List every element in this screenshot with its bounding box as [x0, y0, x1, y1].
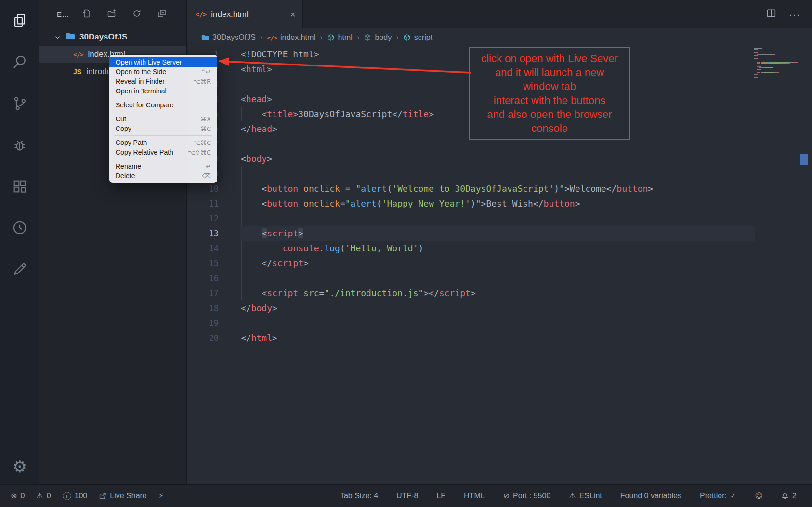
menu-item-reveal-in-finder[interactable]: Reveal in Finder⌥⌘R	[109, 77, 217, 86]
annotation-line: click on open with Live Sever	[471, 52, 628, 65]
status-tab-size-4[interactable]: Tab Size: 4	[340, 492, 378, 500]
settings-gear-icon[interactable]: ⚙	[0, 452, 39, 481]
code-line-8[interactable]: 8<body>	[187, 151, 812, 166]
folder-item-30daysofjs[interactable]: 30DaysOfJS	[39, 28, 186, 46]
code-line-11[interactable]: 11 <button onclick="alert('Happy New Yea…	[187, 196, 812, 211]
collapse-all-icon[interactable]	[157, 9, 167, 20]
code-line-18[interactable]: 18</body>	[187, 300, 812, 315]
line-content: <head>	[241, 94, 272, 104]
split-editor-icon[interactable]	[766, 8, 776, 20]
code-line-10[interactable]: 10 <button onclick = "alert('Welcome to …	[187, 181, 812, 196]
menu-item-copy-relative-path[interactable]: Copy Relative Path⌥⇧⌘C	[109, 147, 217, 157]
line-number: 18	[187, 303, 219, 313]
pen-icon[interactable]	[0, 248, 39, 290]
status-100[interactable]: i100	[63, 492, 88, 500]
status-eslint[interactable]: ⚠ESLint	[569, 492, 602, 500]
line-content: <button onclick = "alert('Welcome to 30D…	[241, 183, 653, 194]
line-number: 13	[187, 229, 219, 238]
tab-index-html[interactable]: </> index.html ×	[187, 0, 303, 28]
code-line-19[interactable]: 19	[187, 315, 812, 330]
status-utf-8[interactable]: UTF-8	[396, 492, 418, 500]
menu-item-open-in-terminal[interactable]: Open in Terminal	[109, 86, 217, 96]
line-content: </html>	[241, 333, 277, 343]
html-file-icon: </>	[196, 11, 206, 18]
status-lf[interactable]: LF	[436, 492, 445, 500]
line-content: </script>	[241, 258, 309, 268]
menu-item-cut[interactable]: Cut⌘X	[109, 114, 217, 124]
status-lightning-icon[interactable]: ⚡	[158, 492, 164, 500]
line-number: 11	[187, 199, 219, 208]
code-line-9[interactable]: 9	[187, 166, 812, 181]
menu-item-delete[interactable]: Delete⌫	[109, 171, 217, 181]
breadcrumb-item-index-html[interactable]: </>index.html	[267, 33, 315, 42]
menu-item-copy[interactable]: Copy⌘C	[109, 124, 217, 133]
chevron-down-icon	[54, 34, 61, 41]
tab-close-icon[interactable]: ×	[290, 10, 296, 19]
breadcrumb-separator: ›	[320, 33, 323, 42]
status-port-5500[interactable]: ⊘Port : 5500	[503, 492, 551, 500]
code-line-15[interactable]: 15 </script>	[187, 256, 812, 271]
minimap[interactable]	[754, 48, 798, 78]
activity-bar: ⚙	[0, 0, 39, 485]
line-content: <button onclick="alert('Happy New Year!'…	[241, 198, 580, 208]
vscode-window: ⚙ E… 30DaysOfJS </>index.htmlJSintroduct…	[0, 0, 812, 507]
status-smiley-icon[interactable]: ☺	[755, 492, 763, 500]
context-menu: Open with Live ServerOpen to the Side^↵R…	[109, 55, 217, 183]
source-control-icon[interactable]	[0, 83, 39, 124]
line-number: 17	[187, 288, 219, 298]
menu-item-open-with-live-server[interactable]: Open with Live Server	[109, 57, 217, 67]
menu-separator	[114, 98, 212, 98]
menu-separator	[114, 135, 212, 136]
menu-item-select-for-compare[interactable]: Select for Compare	[109, 100, 217, 110]
code-line-16[interactable]: 16	[187, 271, 812, 286]
menu-item-open-to-the-side[interactable]: Open to the Side^↵	[109, 67, 217, 77]
code-line-14[interactable]: 14 console.log('Hello, World')	[187, 241, 812, 256]
annotation-line: console	[471, 121, 628, 135]
breadcrumb-item-html[interactable]: html	[327, 33, 353, 42]
status-0[interactable]: ⚠0	[36, 492, 51, 500]
breadcrumb-item-body[interactable]: body	[364, 33, 392, 42]
code-line-17[interactable]: 17 <script src="./introduction.js"></scr…	[187, 286, 812, 300]
search-icon[interactable]	[0, 41, 39, 83]
clock-icon[interactable]	[0, 207, 39, 248]
line-content: <html>	[241, 64, 272, 74]
line-number: 16	[187, 273, 219, 283]
extensions-icon[interactable]	[0, 166, 39, 207]
new-folder-icon[interactable]	[107, 9, 117, 20]
status-2[interactable]: 2	[781, 492, 797, 500]
debug-icon[interactable]	[0, 124, 39, 166]
annotation-note: click on open with Live Severand it will…	[469, 47, 630, 140]
explorer-icon[interactable]	[0, 0, 39, 41]
status-0[interactable]: ⊗0	[11, 492, 25, 500]
line-number: 19	[187, 318, 219, 328]
line-content: <!DOCTYPE html>	[241, 49, 319, 59]
folder-icon	[65, 32, 75, 42]
breadcrumb-item-30daysofjs[interactable]: 30DaysOfJS	[201, 33, 256, 42]
menu-separator	[114, 112, 212, 112]
code-line-12[interactable]: 12	[187, 211, 812, 226]
line-content: <script>	[241, 228, 303, 238]
line-content: <title>30DaysOfJavaScript</title>	[241, 109, 434, 119]
line-content: </head>	[241, 124, 277, 134]
breadcrumb-item-script[interactable]: script	[403, 33, 432, 42]
annotation-line: interact with the buttons	[471, 93, 628, 107]
status-html[interactable]: HTML	[464, 492, 485, 500]
refresh-icon[interactable]	[132, 9, 142, 20]
line-content: <script src="./introduction.js"></script…	[241, 288, 476, 298]
line-content: console.log('Hello, World')	[241, 243, 423, 253]
code-line-20[interactable]: 20</html>	[187, 330, 812, 345]
status-prettier[interactable]: Prettier:✓	[700, 492, 736, 500]
line-content: <body>	[241, 154, 272, 164]
menu-item-rename[interactable]: Rename↵	[109, 161, 217, 171]
more-actions-icon[interactable]: ···	[789, 9, 800, 20]
new-file-icon[interactable]	[82, 9, 92, 20]
status-live-share[interactable]: Live Share	[99, 492, 147, 500]
line-number: 14	[187, 244, 219, 253]
menu-item-copy-path[interactable]: Copy Path⌥⌘C	[109, 138, 217, 147]
explorer-title: E…	[57, 10, 69, 18]
overview-ruler-marker	[800, 154, 808, 165]
code-line-13[interactable]: 13 <script>	[187, 226, 812, 241]
status-found-0-variables[interactable]: Found 0 variables	[620, 492, 681, 500]
breadcrumb-separator: ›	[396, 33, 399, 42]
explorer-header: E…	[39, 0, 186, 28]
